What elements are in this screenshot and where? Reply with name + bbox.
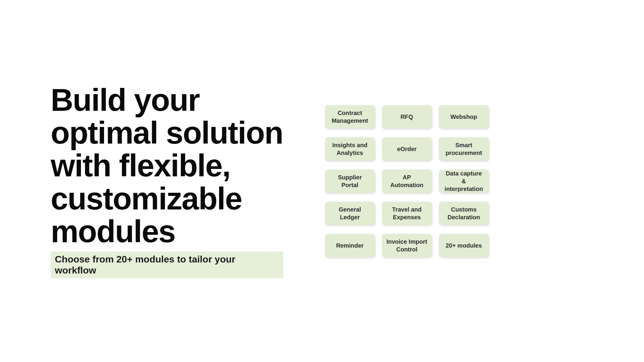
module-smart-procurement[interactable]: Smart procurement [439,137,489,161]
module-travel-expenses[interactable]: Travel and Expenses [382,202,432,225]
module-general-ledger[interactable]: General Ledger [325,202,375,225]
module-invoice-import-control[interactable]: Invoice Import Control [382,234,432,257]
module-contract-management[interactable]: Contract Management [325,105,375,128]
module-data-capture[interactable]: Data capture & interpretation [439,170,489,193]
module-more-modules[interactable]: 20+ modules [439,234,489,257]
module-supplier-portal[interactable]: Supplier Portal [325,170,375,193]
subtitle-wrapper: Choose from 20+ modules to tailor your w… [51,251,283,278]
module-insights-analytics[interactable]: Insights and Analytics [325,137,375,161]
hero-section: Build your optimal solution with flexibl… [51,84,283,278]
module-webshop[interactable]: Webshop [439,105,489,128]
module-ap-automation[interactable]: AP Automation [382,170,432,193]
hero-subtitle: Choose from 20+ modules to tailor your w… [55,254,279,276]
module-rfq[interactable]: RFQ [382,105,432,128]
hero-headline: Build your optimal solution with flexibl… [51,84,283,248]
module-reminder[interactable]: Reminder [325,234,375,257]
module-customs-declaration[interactable]: Customs Declaration [439,202,489,225]
main-container: Build your optimal solution with flexibl… [0,0,644,362]
module-eorder[interactable]: eOrder [382,137,432,161]
modules-grid: Contract Management RFQ Webshop Insights… [325,105,489,257]
